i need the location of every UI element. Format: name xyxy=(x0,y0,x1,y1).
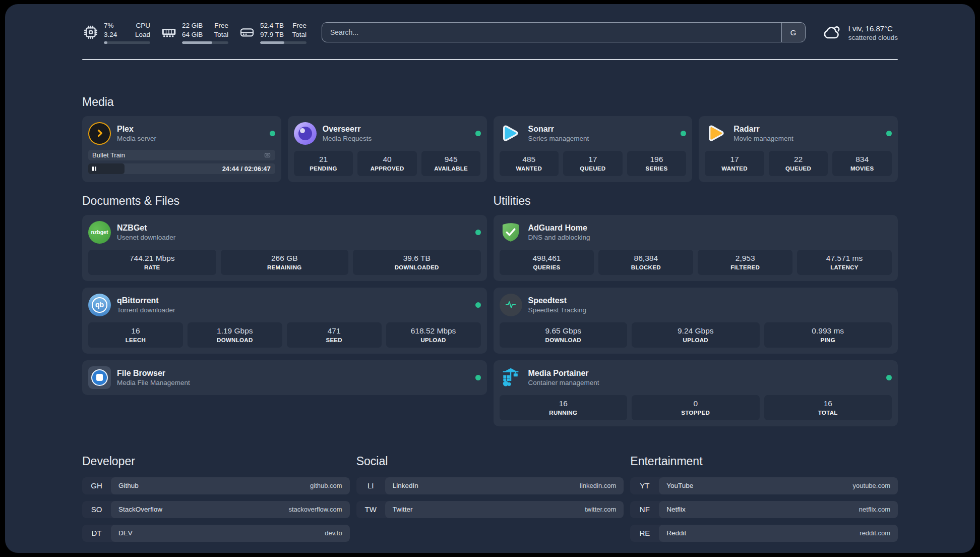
stat-box: 0STOPPED xyxy=(632,395,760,420)
overseerr-icon xyxy=(294,122,317,145)
memory-free-value: 22 GiB xyxy=(182,21,203,30)
card-portainer: Media Portainer Container management 16R… xyxy=(494,360,898,426)
bookmark-group-entertainment: Entertainment YT YouTubeyoutube.com NF N… xyxy=(630,455,898,542)
bookmark-youtube[interactable]: YT YouTubeyoutube.com xyxy=(630,477,898,494)
section-title-social: Social xyxy=(356,455,624,468)
stat-box: 744.21 MbpsRATE xyxy=(88,250,216,275)
stat-value: 40 xyxy=(358,155,416,164)
stat-label: REMAINING xyxy=(222,264,348,270)
stat-box: 196SERIES xyxy=(627,151,687,176)
bookmark-url: linkedin.com xyxy=(580,482,616,489)
status-dot xyxy=(475,302,481,308)
weather-widget: Lviv, 16.87°C scattered clouds xyxy=(821,22,898,42)
stat-label: UPLOAD xyxy=(633,337,759,343)
search-input[interactable] xyxy=(322,23,781,42)
bookmark-group-social: Social LI LinkedInlinkedin.com TW Twitte… xyxy=(356,455,624,542)
pause-button[interactable] xyxy=(88,163,125,174)
speedtest-link[interactable]: Speedtest Speedtest Tracking xyxy=(500,294,892,316)
stat-label: WANTED xyxy=(501,165,558,172)
radarr-link[interactable]: Radarr Movie management xyxy=(705,122,892,145)
stat-box: 22QUEUED xyxy=(769,151,828,176)
stat-label: DOWNLOADED xyxy=(354,264,480,270)
section-title-documents: Documents & Files xyxy=(82,194,487,208)
cast-icon xyxy=(264,151,271,159)
stat-value: 485 xyxy=(501,155,558,164)
cpu-load-value: 3.24 xyxy=(104,30,117,39)
bookmark-abbr: TW xyxy=(356,501,385,518)
bookmark-netflix[interactable]: NF Netflixnetflix.com xyxy=(630,501,898,518)
service-subtitle: Media Requests xyxy=(323,135,372,142)
bookmark-name: DEV xyxy=(118,529,133,537)
bookmark-name: Netflix xyxy=(666,506,686,513)
status-dot xyxy=(681,131,686,136)
status-dot xyxy=(886,131,892,136)
disk-stat-widget: 52.4 TBFree 97.9 TBTotal xyxy=(238,21,307,44)
stat-value: 17 xyxy=(706,155,763,164)
service-title: NZBGet xyxy=(117,224,175,233)
service-title: Overseerr xyxy=(323,125,372,134)
stat-value: 0.993 ms xyxy=(765,326,891,336)
bookmark-github[interactable]: GH Githubgithub.com xyxy=(82,477,350,494)
filebrowser-link[interactable]: File Browser Media File Management xyxy=(88,366,481,389)
bookmark-reddit[interactable]: RE Redditreddit.com xyxy=(630,525,898,542)
service-subtitle: DNS and adblocking xyxy=(528,234,590,241)
stat-label: QUEUED xyxy=(770,165,827,172)
speedtest-icon xyxy=(500,294,522,316)
bookmark-name: StackOverflow xyxy=(118,506,162,513)
adguard-link[interactable]: AdGuard Home DNS and adblocking xyxy=(500,221,892,244)
service-title: qBittorrent xyxy=(117,296,175,305)
stat-box: 47.571 msLATENCY xyxy=(797,250,892,275)
stat-box: 16TOTAL xyxy=(764,395,892,420)
stat-box: 9.65 GbpsDOWNLOAD xyxy=(500,322,628,348)
bookmark-name: Twitter xyxy=(393,506,413,513)
cpu-usage-label: CPU xyxy=(136,21,150,30)
disk-total-label: Total xyxy=(292,30,307,39)
overseerr-link[interactable]: Overseerr Media Requests xyxy=(294,122,481,145)
bookmark-stackoverflow[interactable]: SO StackOverflowstackoverflow.com xyxy=(82,501,350,518)
adguard-icon xyxy=(500,221,522,244)
playback-progress-bar: 24:44 / 02:06:47 xyxy=(88,163,275,174)
status-dot xyxy=(475,131,481,136)
stat-value: 266 GB xyxy=(222,254,348,263)
now-playing-row: Bullet Train xyxy=(88,150,275,160)
bookmark-name: Github xyxy=(118,482,139,489)
portainer-link[interactable]: Media Portainer Container management xyxy=(500,366,892,389)
bookmark-abbr: YT xyxy=(630,477,659,494)
stat-value: 618.52 Mbps xyxy=(387,326,480,336)
stat-value: 39.6 TB xyxy=(354,254,480,263)
memory-total-value: 64 GiB xyxy=(182,30,203,39)
stat-box: 834MOVIES xyxy=(832,151,892,176)
stat-value: 744.21 Mbps xyxy=(89,254,215,263)
now-playing-title: Bullet Train xyxy=(92,151,125,159)
search-area: G xyxy=(322,22,806,42)
plex-link[interactable]: Plex Media server xyxy=(88,122,275,145)
status-dot xyxy=(475,230,481,235)
service-title: Plex xyxy=(117,125,156,134)
bookmark-linkedin[interactable]: LI LinkedInlinkedin.com xyxy=(356,477,624,494)
stat-box: 618.52 MbpsUPLOAD xyxy=(386,322,481,348)
disk-progress-bar xyxy=(260,41,307,44)
sonarr-link[interactable]: Sonarr Series management xyxy=(500,122,687,145)
service-title: Media Portainer xyxy=(528,369,599,378)
memory-icon xyxy=(160,24,177,41)
cpu-progress-bar xyxy=(104,41,150,44)
stat-value: 498,461 xyxy=(501,254,593,263)
search-engine-button[interactable]: G xyxy=(781,23,805,42)
bookmark-twitter[interactable]: TW Twittertwitter.com xyxy=(356,501,624,518)
bookmark-url: github.com xyxy=(310,482,342,489)
stat-label: WANTED xyxy=(706,165,763,172)
status-dot xyxy=(475,375,481,380)
stat-box: 471SEED xyxy=(287,322,382,348)
plex-icon xyxy=(88,122,111,145)
nzbget-link[interactable]: nzbget NZBGet Usenet downloader xyxy=(88,221,481,244)
stat-box: 17WANTED xyxy=(705,151,764,176)
service-title: Sonarr xyxy=(528,125,589,134)
qbittorrent-link[interactable]: qb qBittorrent Torrent downloader xyxy=(88,294,481,316)
stat-label: RUNNING xyxy=(501,410,627,416)
bookmark-dev[interactable]: DT DEVdev.to xyxy=(82,525,350,542)
disk-free-label: Free xyxy=(292,21,307,30)
stat-label: QUEUED xyxy=(564,165,622,172)
bookmark-url: dev.to xyxy=(325,529,342,537)
portainer-icon xyxy=(500,366,522,389)
stat-value: 1.19 Gbps xyxy=(189,326,281,336)
